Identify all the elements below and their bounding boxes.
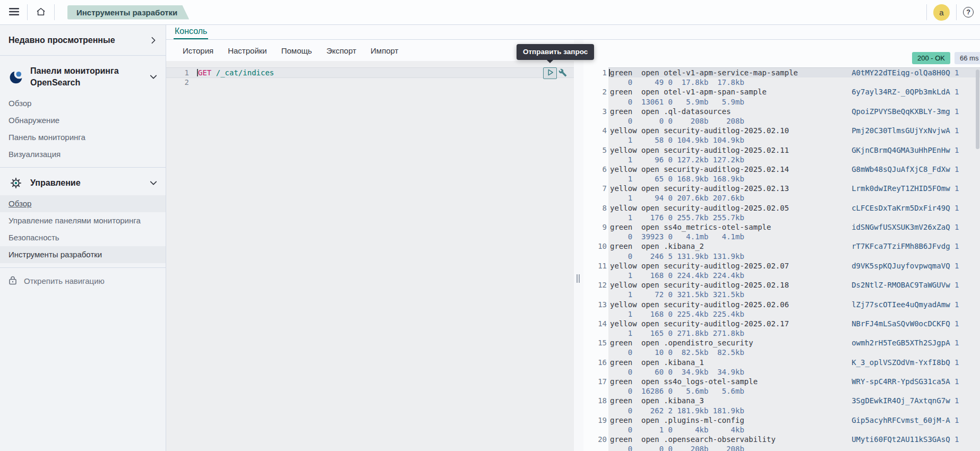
line-number: 20 (583, 435, 608, 451)
home-button[interactable] (34, 5, 48, 19)
sidebar-item[interactable]: Обзор (0, 95, 166, 112)
output-lines: 1green open otel-v1-apm-service-map-samp… (583, 68, 980, 451)
output-record: 2green open otel-v1-apm-span-sample 6y7a… (583, 87, 980, 106)
time-badge: 66 ms (955, 52, 980, 64)
line-number: 15 (583, 338, 608, 357)
breadcrumb[interactable]: Инструменты разработки (67, 5, 189, 20)
sidebar-item[interactable]: Безопасность (0, 229, 166, 246)
output-record: 18green open .kibana_3 3SgDEwkIR4Oj_7Axt… (583, 396, 980, 415)
output-line: green open .opensearch-observability UMy… (608, 435, 980, 444)
line-number: 9 (583, 222, 608, 241)
output-record: 5yellow open security-auditlog-2025.02.1… (583, 145, 980, 164)
group-title: Панели мониторинга OpenSearch (30, 65, 119, 89)
sidebar-item[interactable]: Обнаружение (0, 112, 166, 129)
output-line: yellow open security-auditlog-2025.02.17… (608, 319, 980, 328)
output-line: green open ss4o_logs-otel-sample WRY-spC… (608, 377, 980, 386)
sidebar-group-dashboards-header[interactable]: Панели мониторинга OpenSearch (0, 56, 166, 95)
output-record: 1green open otel-v1-apm-service-map-samp… (583, 68, 980, 87)
output-record: 7yellow open security-auditlog-2025.02.1… (583, 184, 980, 203)
output-line: 0 49 0 17.8kb 17.8kb (608, 77, 980, 87)
menu-item[interactable]: Импорт (371, 46, 398, 55)
console-tab-bar: Консоль (166, 25, 980, 40)
unpin-navigation-button[interactable]: Открепить навигацию (0, 268, 166, 294)
output-record: 16green open .kibana_1 K_3_oplVSZOdVm-Yx… (583, 358, 980, 377)
output-line: yellow open security-auditlog-2025.02.05… (608, 203, 980, 213)
menu-item[interactable]: История (183, 46, 213, 55)
unpin-label: Открепить навигацию (24, 276, 105, 285)
header-divider (54, 4, 55, 20)
console-menu: ИсторияНастройкиПомощьЭкспортИмпорт (166, 40, 574, 61)
line-number: 10 (583, 241, 608, 261)
line-number: 11 (583, 261, 608, 280)
editor-line-text (193, 77, 574, 87)
menu-item[interactable]: Помощь (281, 46, 312, 55)
output-line: green open .kibana_1 K_3_oplVSZOdVm-YxfI… (608, 358, 980, 367)
output-line: yellow open security-auditlog-2025.02.06… (608, 300, 980, 309)
line-number: 6 (583, 164, 608, 184)
gear-icon (8, 177, 23, 189)
output-record: 4yellow open security-auditlog-2025.02.1… (583, 126, 980, 145)
scrollbar-thumb[interactable] (976, 70, 979, 149)
recently-viewed-label: Недавно просмотренные (8, 36, 115, 45)
output-line: yellow open security-auditlog-2025.02.14… (608, 164, 980, 174)
sidebar-group-management-header[interactable]: Управление (0, 168, 166, 195)
output-line: 0 13061 0 5.9mb 5.9mb (608, 97, 980, 107)
line-number: 18 (583, 396, 608, 415)
play-icon (546, 68, 554, 78)
help-icon[interactable]: ? (963, 7, 974, 18)
header-divider (956, 4, 957, 20)
line-number: 3 (583, 107, 608, 126)
output-line: 1 165 0 271.8kb 271.8kb (608, 328, 980, 338)
request-editor[interactable]: 1GET /_cat/indices2 (166, 61, 574, 451)
output-line: 0 246 5 131.9kb 131.9kb (608, 251, 980, 261)
output-line: 1 168 0 224.4kb 224.4kb (608, 271, 980, 280)
hamburger-icon (9, 7, 19, 18)
output-record: 13yellow open security-auditlog-2025.02.… (583, 300, 980, 319)
output-line: 0 10 0 82.5kb 82.5kb (608, 348, 980, 357)
line-number: 13 (583, 300, 608, 319)
line-number: 1 (583, 68, 608, 87)
menu-item[interactable]: Настройки (228, 46, 267, 55)
sidebar-item[interactable]: Инструменты разработки (0, 246, 166, 263)
editor-line-text: GET /_cat/indices (193, 68, 574, 77)
output-line: 1 65 0 168.9kb 168.9kb (608, 174, 980, 184)
line-number: 5 (583, 145, 608, 164)
request-options-button[interactable] (558, 68, 568, 79)
sidebar-group-management: Управление ОбзорУправление панелями мони… (0, 168, 166, 268)
line-number: 7 (583, 184, 608, 203)
line-number: 1 (166, 68, 193, 77)
send-request-tooltip: Отправить запрос (517, 44, 594, 60)
response-output: 200 - OK 66 ms 1green open otel-v1-apm-s… (583, 40, 980, 451)
output-record: 14yellow open security-auditlog-2025.02.… (583, 319, 980, 338)
send-request-button[interactable] (543, 67, 557, 79)
opensearch-logo-icon (8, 70, 23, 84)
output-line: green open .kibana_2 rT7KFca7TziFMh8B6JF… (608, 241, 980, 251)
line-number: 19 (583, 415, 608, 435)
sidebar-item[interactable]: Панель мониторинга (0, 129, 166, 146)
sidebar-item[interactable]: Обзор (0, 195, 166, 212)
line-number: 17 (583, 377, 608, 396)
avatar[interactable]: a (933, 4, 950, 21)
pane-divider[interactable] (574, 40, 583, 451)
output-line: yellow open security-auditlog-2025.02.13… (608, 184, 980, 193)
chevron-down-icon (150, 179, 157, 187)
output-line: 1 94 0 207.6kb 207.6kb (608, 193, 980, 203)
output-line: green open .kibana_3 3SgDEwkIR4Oj_7Axtqn… (608, 396, 980, 405)
sidebar-item[interactable]: Управление панелями мониторинга (0, 212, 166, 229)
output-record: 11yellow open security-auditlog-2025.02.… (583, 261, 980, 280)
menu-button[interactable] (7, 5, 21, 19)
sidebar-group-dashboards-items: ОбзорОбнаружениеПанель мониторингаВизуал… (0, 95, 166, 167)
editor-line[interactable]: 1GET /_cat/indices (166, 68, 574, 77)
tab-console[interactable]: Консоль (174, 25, 208, 39)
line-number: 2 (166, 77, 193, 87)
editor-line[interactable]: 2 (166, 77, 574, 87)
status-badge: 200 - OK (912, 52, 950, 64)
output-line: green open otel-v1-apm-span-sample 6y7ay… (608, 87, 980, 97)
output-record: 20green open .opensearch-observability U… (583, 435, 980, 451)
menu-item[interactable]: Экспорт (326, 46, 356, 55)
output-line: 1 168 0 225.4kb 225.4kb (608, 309, 980, 319)
sidebar-item[interactable]: Визуализация (0, 146, 166, 163)
line-number: 4 (583, 126, 608, 145)
sidebar-recently-viewed[interactable]: Недавно просмотренные (0, 25, 166, 56)
output-line: yellow open security-auditlog-2025.02.07… (608, 261, 980, 271)
